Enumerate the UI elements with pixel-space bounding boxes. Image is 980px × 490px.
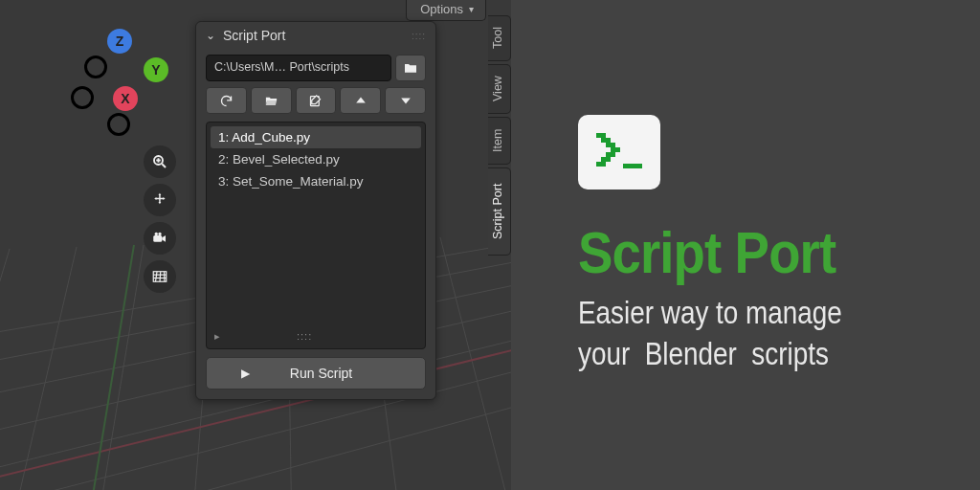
svg-line-27 (160, 272, 161, 282)
script-port-panel: ⌄ Script Port :::: C:\Users\M… Port\scri… (195, 21, 436, 400)
expand-icon[interactable]: ▸ (214, 330, 220, 343)
panel-header[interactable]: ⌄ Script Port :::: (196, 22, 435, 49)
svg-line-8 (10, 247, 77, 490)
svg-line-17 (162, 164, 166, 167)
tab-script-port[interactable]: Script Port (488, 167, 511, 256)
pan-button[interactable] (144, 184, 176, 216)
svg-rect-44 (623, 164, 628, 168)
svg-point-22 (158, 233, 161, 235)
perspective-button[interactable] (144, 260, 176, 293)
list-item[interactable]: 2: Bevel_Selected.py (211, 148, 421, 170)
axis-neg-x[interactable] (84, 56, 107, 78)
viewport-tools (144, 145, 176, 293)
tab-tool[interactable]: Tool (488, 15, 511, 61)
resize-grip-icon[interactable]: :::: (297, 330, 312, 343)
open-folder-button[interactable] (251, 87, 292, 114)
axis-gizmo[interactable]: Z Y X (75, 29, 170, 124)
list-item[interactable]: 1: Add_Cube.py (211, 126, 421, 148)
svg-point-21 (155, 233, 158, 235)
svg-rect-36 (611, 147, 615, 152)
drag-grip-icon[interactable]: :::: (412, 31, 426, 41)
panel-title: Script Port (223, 28, 285, 43)
play-icon: ▶ (241, 367, 250, 380)
svg-rect-43 (601, 162, 606, 167)
options-label: Options (420, 2, 463, 16)
run-script-label: Run Script (290, 366, 352, 381)
svg-rect-47 (637, 164, 642, 168)
path-input[interactable]: C:\Users\M… Port\scripts (206, 55, 391, 81)
svg-rect-20 (153, 235, 162, 242)
script-list[interactable]: 1: Add_Cube.py 2: Bevel_Selected.py 3: S… (206, 122, 426, 349)
chevron-down-icon: ▾ (469, 4, 474, 14)
move-up-button[interactable] (340, 87, 381, 114)
svg-rect-32 (601, 138, 606, 143)
svg-rect-38 (606, 152, 611, 157)
axis-y[interactable]: Y (144, 57, 168, 82)
promo-logo (578, 115, 660, 189)
svg-rect-31 (601, 133, 606, 138)
svg-line-7 (0, 249, 10, 490)
axis-z[interactable]: Z (107, 29, 132, 54)
axis-x[interactable]: X (113, 86, 138, 111)
collapse-icon: ⌄ (206, 29, 215, 42)
zoom-button[interactable] (144, 145, 176, 178)
refresh-button[interactable] (206, 87, 247, 114)
axis-neg-z[interactable] (107, 113, 130, 136)
sidebar-tabs: Tool View Item Script Port (488, 15, 511, 256)
move-down-button[interactable] (385, 87, 426, 114)
browse-folder-button[interactable] (395, 55, 426, 81)
edit-button[interactable] (296, 87, 337, 114)
promo-panel: Script Port Easier way to manage your Bl… (511, 0, 980, 490)
svg-rect-30 (596, 133, 601, 138)
camera-button[interactable] (144, 222, 176, 255)
svg-rect-33 (606, 138, 611, 143)
options-dropdown[interactable]: Options ▾ (406, 0, 486, 21)
tab-view[interactable]: View (488, 64, 511, 114)
svg-line-13 (440, 237, 511, 490)
viewport-3d[interactable]: Options ▾ Z Y X ⌄ Script Port :::: (0, 0, 511, 490)
svg-rect-41 (606, 157, 611, 162)
svg-rect-46 (633, 164, 637, 168)
run-script-button[interactable]: ▶ Run Script (206, 357, 426, 390)
svg-rect-45 (628, 164, 633, 168)
svg-rect-34 (606, 143, 611, 147)
tab-item[interactable]: Item (488, 117, 511, 165)
svg-rect-39 (611, 152, 615, 157)
svg-rect-40 (601, 157, 606, 162)
svg-rect-42 (596, 162, 601, 167)
promo-subtitle: Easier way to manage your Blender script… (578, 292, 907, 373)
axis-neg-y[interactable] (71, 86, 94, 109)
list-item[interactable]: 3: Set_Some_Material.py (211, 170, 421, 192)
svg-line-6 (0, 390, 511, 490)
promo-title: Script Port (578, 218, 835, 286)
svg-rect-37 (615, 147, 620, 152)
svg-rect-35 (611, 143, 615, 147)
svg-line-26 (156, 272, 158, 282)
